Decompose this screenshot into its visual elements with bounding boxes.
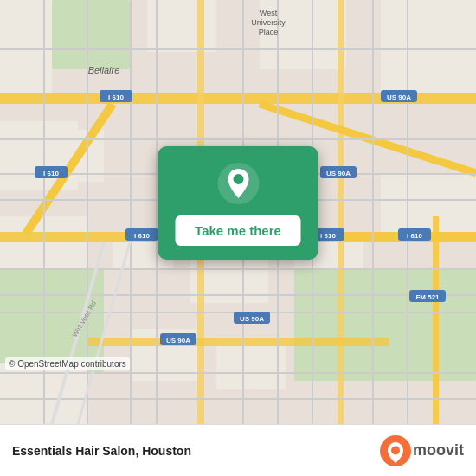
location-pin-icon: [216, 162, 260, 205]
svg-text:I 610: I 610: [134, 232, 150, 240]
moovit-icon: [380, 435, 411, 466]
svg-rect-25: [87, 338, 389, 346]
svg-text:US 90A: US 90A: [387, 93, 411, 101]
svg-text:I 610: I 610: [320, 232, 336, 240]
bottom-info: Essentials Hair Salon, Houston: [12, 444, 191, 458]
svg-rect-31: [0, 268, 476, 270]
svg-rect-43: [372, 0, 374, 424]
svg-text:I 610: I 610: [43, 170, 59, 177]
svg-rect-26: [433, 216, 439, 424]
svg-point-73: [233, 174, 243, 184]
svg-text:University: University: [251, 18, 286, 27]
svg-point-75: [391, 446, 400, 454]
svg-rect-28: [0, 138, 476, 140]
overlay-card: Take me there: [158, 146, 318, 260]
svg-text:I 610: I 610: [108, 93, 124, 101]
map-container: I 610 I 610 I 610 I 610 I 610 US 90A US …: [0, 0, 476, 424]
svg-rect-35: [0, 398, 476, 400]
svg-rect-32: [0, 294, 476, 296]
svg-text:US 90A: US 90A: [166, 337, 190, 344]
svg-rect-44: [407, 0, 408, 424]
svg-text:West: West: [260, 9, 278, 17]
svg-rect-27: [0, 48, 476, 50]
moovit-logo: moovit: [380, 435, 464, 466]
svg-rect-34: [0, 372, 476, 374]
svg-text:Bellaire: Bellaire: [88, 65, 120, 75]
svg-rect-3: [52, 0, 130, 69]
svg-text:US 90A: US 90A: [326, 170, 351, 177]
svg-rect-2: [294, 268, 476, 381]
bottom-bar: Essentials Hair Salon, Houston moovit: [0, 424, 476, 476]
salon-name: Essentials Hair Salon, Houston: [12, 444, 191, 458]
svg-text:Place: Place: [259, 28, 279, 36]
svg-rect-12: [381, 0, 476, 104]
svg-text:US 90A: US 90A: [240, 315, 264, 323]
svg-text:FM 521: FM 521: [415, 293, 440, 301]
svg-rect-22: [338, 0, 344, 424]
take-me-there-button[interactable]: Take me there: [176, 215, 301, 246]
map-attribution: © OpenStreetMap contributors: [5, 357, 130, 370]
svg-text:I 610: I 610: [407, 232, 422, 240]
svg-rect-38: [130, 0, 132, 424]
moovit-text: moovit: [413, 441, 464, 460]
